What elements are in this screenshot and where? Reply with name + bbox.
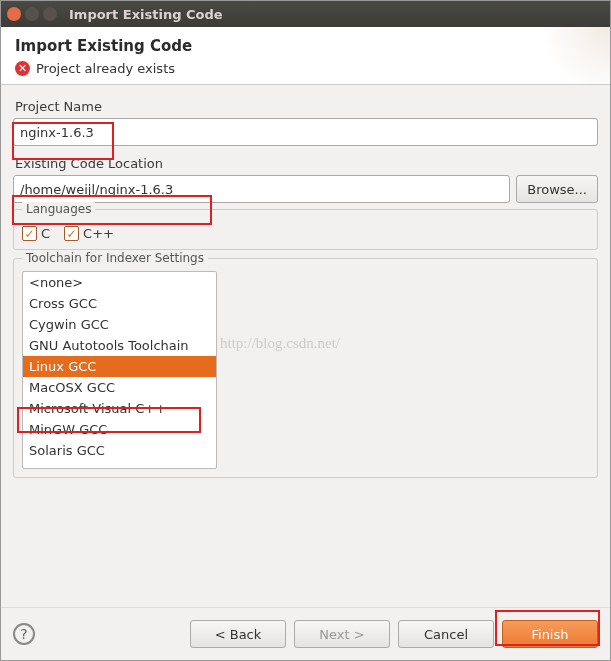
- dialog-footer: ? < Back Next > Cancel Finish: [1, 607, 610, 660]
- dialog-content: Project Name Existing Code Location Brow…: [1, 85, 610, 607]
- window-title: Import Existing Code: [69, 7, 223, 22]
- toolchain-item[interactable]: Microsoft Visual C++: [23, 398, 216, 419]
- toolchain-item[interactable]: Cygwin GCC: [23, 314, 216, 335]
- error-text: Project already exists: [36, 61, 175, 76]
- dialog-window: Import Existing Code Import Existing Cod…: [0, 0, 611, 661]
- help-icon[interactable]: ?: [13, 623, 35, 645]
- checkbox-icon: [64, 226, 79, 241]
- browse-button[interactable]: Browse...: [516, 175, 598, 203]
- project-name-label: Project Name: [15, 99, 598, 114]
- language-c-checkbox[interactable]: C: [22, 226, 50, 241]
- languages-group: Languages C C++: [13, 209, 598, 250]
- maximize-icon[interactable]: [43, 7, 57, 21]
- language-cpp-checkbox[interactable]: C++: [64, 226, 114, 241]
- error-icon: ✕: [15, 61, 30, 76]
- toolchain-listbox[interactable]: <none>Cross GCCCygwin GCCGNU Autotools T…: [22, 271, 217, 469]
- close-icon[interactable]: [7, 7, 21, 21]
- toolchain-item[interactable]: <none>: [23, 272, 216, 293]
- header-decoration: [500, 27, 610, 84]
- checkbox-icon: [22, 226, 37, 241]
- toolchain-item[interactable]: MinGW GCC: [23, 419, 216, 440]
- toolchain-item[interactable]: Solaris GCC: [23, 440, 216, 461]
- back-button[interactable]: < Back: [190, 620, 286, 648]
- finish-button[interactable]: Finish: [502, 620, 598, 648]
- toolchain-item[interactable]: MacOSX GCC: [23, 377, 216, 398]
- existing-location-label: Existing Code Location: [15, 156, 598, 171]
- next-button: Next >: [294, 620, 390, 648]
- existing-location-input[interactable]: [13, 175, 510, 203]
- cancel-button[interactable]: Cancel: [398, 620, 494, 648]
- toolchain-item[interactable]: Linux GCC: [23, 356, 216, 377]
- toolchain-group: Toolchain for Indexer Settings <none>Cro…: [13, 258, 598, 478]
- toolchain-group-label: Toolchain for Indexer Settings: [22, 251, 208, 265]
- dialog-header: Import Existing Code ✕ Project already e…: [1, 27, 610, 85]
- titlebar: Import Existing Code: [1, 1, 610, 27]
- project-name-input[interactable]: [13, 118, 598, 146]
- languages-group-label: Languages: [22, 202, 95, 216]
- language-c-label: C: [41, 226, 50, 241]
- toolchain-item[interactable]: Cross GCC: [23, 293, 216, 314]
- minimize-icon[interactable]: [25, 7, 39, 21]
- toolchain-item[interactable]: GNU Autotools Toolchain: [23, 335, 216, 356]
- language-cpp-label: C++: [83, 226, 114, 241]
